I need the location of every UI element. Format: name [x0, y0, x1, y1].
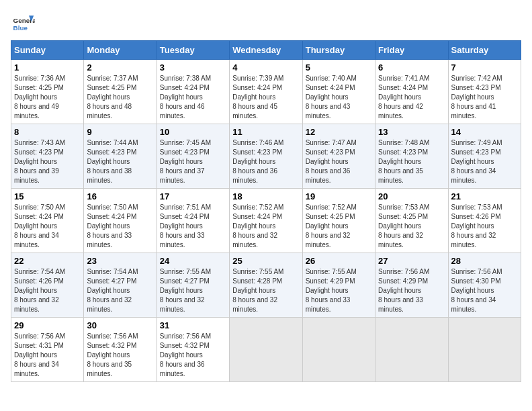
daylight-duration: 8 hours and 32 minutes. — [14, 296, 59, 313]
daylight-label: Daylight hours — [14, 93, 57, 101]
daylight-duration: 8 hours and 43 minutes. — [306, 103, 351, 120]
calendar-day-9: 9 Sunrise: 7:44 AM Sunset: 4:23 PM Dayli… — [84, 124, 157, 189]
sunrise-label: Sunrise: 7:46 AM — [232, 139, 283, 146]
day-number: 29 — [14, 320, 81, 330]
weekday-header-friday: Friday — [375, 41, 448, 60]
day-number: 22 — [14, 256, 81, 266]
sunrise-label: Sunrise: 7:50 AM — [87, 203, 138, 211]
sunset-label: Sunset: 4:25 PM — [306, 213, 355, 220]
logo: General Blue — [11, 11, 38, 35]
day-number: 6 — [378, 62, 445, 73]
sunrise-label: Sunrise: 7:56 AM — [378, 268, 429, 275]
sunrise-label: Sunrise: 7:56 AM — [160, 332, 211, 340]
daylight-duration: 8 hours and 38 minutes. — [87, 167, 132, 184]
calendar-day-23: 23 Sunrise: 7:54 AM Sunset: 4:27 PM Dayl… — [84, 253, 157, 318]
day-info: Sunrise: 7:46 AM Sunset: 4:23 PM Dayligh… — [232, 138, 299, 185]
day-info: Sunrise: 7:56 AM Sunset: 4:30 PM Dayligh… — [451, 267, 518, 314]
daylight-label: Daylight hours — [451, 222, 494, 230]
sunrise-label: Sunrise: 7:52 AM — [306, 203, 357, 211]
sunset-label: Sunset: 4:23 PM — [232, 148, 282, 156]
daylight-label: Daylight hours — [232, 158, 275, 165]
day-info: Sunrise: 7:56 AM Sunset: 4:32 PM Dayligh… — [160, 332, 226, 379]
calendar-day-13: 13 Sunrise: 7:48 AM Sunset: 4:23 PM Dayl… — [375, 124, 448, 189]
daylight-duration: 8 hours and 32 minutes. — [232, 296, 277, 313]
sunset-label: Sunset: 4:23 PM — [87, 148, 136, 156]
daylight-label: Daylight hours — [87, 93, 130, 101]
calendar-day-18: 18 Sunrise: 7:52 AM Sunset: 4:24 PM Dayl… — [230, 189, 302, 253]
empty-cell — [302, 318, 375, 382]
sunset-label: Sunset: 4:24 PM — [232, 213, 282, 220]
day-number: 21 — [451, 191, 518, 201]
daylight-label: Daylight hours — [232, 222, 275, 230]
weekday-header-sunday: Sunday — [11, 41, 84, 60]
sunset-label: Sunset: 4:27 PM — [87, 277, 136, 285]
calendar-day-28: 28 Sunrise: 7:56 AM Sunset: 4:30 PM Dayl… — [448, 253, 521, 318]
day-number: 15 — [14, 191, 81, 201]
calendar-day-24: 24 Sunrise: 7:55 AM Sunset: 4:27 PM Dayl… — [157, 253, 229, 318]
daylight-label: Daylight hours — [14, 287, 57, 294]
sunrise-label: Sunrise: 7:41 AM — [378, 75, 429, 82]
day-number: 13 — [378, 127, 445, 137]
logo-icon: General Blue — [11, 11, 35, 35]
daylight-label: Daylight hours — [160, 222, 203, 230]
daylight-duration: 8 hours and 36 minutes. — [232, 167, 277, 184]
day-info: Sunrise: 7:52 AM Sunset: 4:24 PM Dayligh… — [232, 203, 299, 250]
calendar-day-31: 31 Sunrise: 7:56 AM Sunset: 4:32 PM Dayl… — [157, 318, 229, 382]
sunset-label: Sunset: 4:24 PM — [232, 84, 282, 91]
daylight-duration: 8 hours and 39 minutes. — [14, 167, 59, 184]
sunset-label: Sunset: 4:27 PM — [160, 277, 210, 285]
sunrise-label: Sunrise: 7:43 AM — [14, 139, 65, 146]
daylight-duration: 8 hours and 32 minutes. — [87, 296, 132, 313]
sunrise-label: Sunrise: 7:52 AM — [232, 203, 283, 211]
day-info: Sunrise: 7:56 AM Sunset: 4:29 PM Dayligh… — [378, 267, 445, 314]
daylight-label: Daylight hours — [306, 222, 349, 230]
day-number: 28 — [451, 256, 518, 266]
day-info: Sunrise: 7:47 AM Sunset: 4:23 PM Dayligh… — [306, 138, 372, 185]
daylight-duration: 8 hours and 42 minutes. — [378, 103, 423, 120]
day-info: Sunrise: 7:54 AM Sunset: 4:26 PM Dayligh… — [14, 267, 81, 314]
sunset-label: Sunset: 4:24 PM — [87, 213, 136, 220]
calendar-day-6: 6 Sunrise: 7:41 AM Sunset: 4:24 PM Dayli… — [375, 60, 448, 124]
calendar-day-20: 20 Sunrise: 7:53 AM Sunset: 4:25 PM Dayl… — [375, 189, 448, 253]
sunset-label: Sunset: 4:26 PM — [14, 277, 64, 285]
day-info: Sunrise: 7:55 AM Sunset: 4:29 PM Dayligh… — [306, 267, 372, 314]
sunset-label: Sunset: 4:29 PM — [378, 277, 428, 285]
daylight-duration: 8 hours and 34 minutes. — [451, 296, 496, 313]
day-info: Sunrise: 7:38 AM Sunset: 4:24 PM Dayligh… — [160, 74, 226, 121]
sunset-label: Sunset: 4:23 PM — [451, 84, 501, 91]
sunrise-label: Sunrise: 7:44 AM — [87, 139, 138, 146]
calendar-day-12: 12 Sunrise: 7:47 AM Sunset: 4:23 PM Dayl… — [302, 124, 375, 189]
calendar-day-11: 11 Sunrise: 7:46 AM Sunset: 4:23 PM Dayl… — [230, 124, 302, 189]
weekday-header-saturday: Saturday — [448, 41, 521, 60]
day-number: 7 — [451, 62, 518, 73]
svg-text:Blue: Blue — [13, 24, 28, 32]
daylight-duration: 8 hours and 35 minutes. — [87, 361, 132, 377]
daylight-label: Daylight hours — [378, 93, 421, 101]
day-info: Sunrise: 7:42 AM Sunset: 4:23 PM Dayligh… — [451, 74, 518, 121]
day-info: Sunrise: 7:51 AM Sunset: 4:24 PM Dayligh… — [160, 203, 226, 250]
daylight-label: Daylight hours — [232, 93, 275, 101]
sunset-label: Sunset: 4:31 PM — [14, 342, 64, 349]
weekday-header-tuesday: Tuesday — [157, 41, 229, 60]
sunrise-label: Sunrise: 7:48 AM — [378, 139, 429, 146]
sunset-label: Sunset: 4:24 PM — [160, 84, 210, 91]
day-number: 3 — [160, 62, 226, 73]
calendar-week-5: 29 Sunrise: 7:56 AM Sunset: 4:31 PM Dayl… — [11, 318, 521, 382]
calendar-day-21: 21 Sunrise: 7:53 AM Sunset: 4:26 PM Dayl… — [448, 189, 521, 253]
day-info: Sunrise: 7:56 AM Sunset: 4:31 PM Dayligh… — [14, 332, 81, 379]
daylight-duration: 8 hours and 36 minutes. — [160, 361, 205, 377]
calendar-day-3: 3 Sunrise: 7:38 AM Sunset: 4:24 PM Dayli… — [157, 60, 229, 124]
sunset-label: Sunset: 4:25 PM — [87, 84, 136, 91]
calendar-day-15: 15 Sunrise: 7:50 AM Sunset: 4:24 PM Dayl… — [11, 189, 84, 253]
daylight-duration: 8 hours and 34 minutes. — [14, 361, 59, 377]
daylight-label: Daylight hours — [451, 93, 494, 101]
day-number: 4 — [232, 62, 299, 73]
sunset-label: Sunset: 4:28 PM — [232, 277, 282, 285]
sunset-label: Sunset: 4:26 PM — [451, 213, 501, 220]
daylight-duration: 8 hours and 34 minutes. — [451, 167, 496, 184]
sunset-label: Sunset: 4:25 PM — [378, 213, 428, 220]
daylight-label: Daylight hours — [378, 158, 421, 165]
calendar-day-29: 29 Sunrise: 7:56 AM Sunset: 4:31 PM Dayl… — [11, 318, 84, 382]
daylight-label: Daylight hours — [160, 287, 203, 294]
calendar-day-10: 10 Sunrise: 7:45 AM Sunset: 4:23 PM Dayl… — [157, 124, 229, 189]
